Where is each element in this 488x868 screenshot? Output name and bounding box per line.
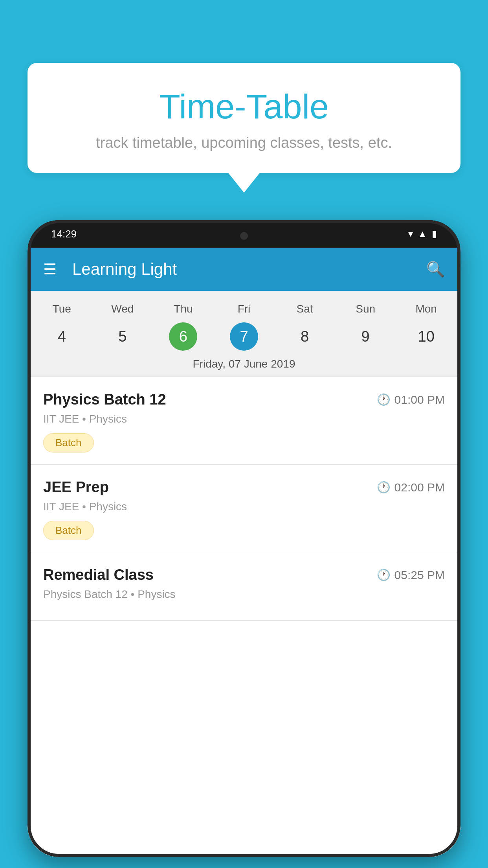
page-subtitle: track timetable, upcoming classes, tests… (55, 134, 433, 151)
status-icons: ▾ ▲ ▮ (408, 228, 437, 239)
day-sun: Sun (335, 299, 396, 319)
speech-bubble-section: Time-Table track timetable, upcoming cla… (28, 63, 460, 193)
time-value-1: 01:00 PM (394, 393, 445, 406)
item-time-2: 🕐 02:00 PM (377, 481, 445, 494)
item-title-1: Physics Batch 12 (43, 391, 166, 408)
date-7-selected[interactable]: 7 (230, 322, 258, 351)
day-fri: Fri (214, 299, 275, 319)
signal-icon: ▲ (418, 228, 427, 239)
clock-icon-3: 🕐 (377, 568, 391, 581)
schedule-list: Physics Batch 12 🕐 01:00 PM IIT JEE • Ph… (28, 377, 460, 857)
schedule-item-1[interactable]: Physics Batch 12 🕐 01:00 PM IIT JEE • Ph… (28, 377, 460, 465)
status-time: 14:29 (51, 228, 77, 240)
schedule-item-2[interactable]: JEE Prep 🕐 02:00 PM IIT JEE • Physics Ba… (28, 465, 460, 552)
date-8[interactable]: 8 (274, 322, 335, 351)
battery-icon: ▮ (432, 228, 437, 239)
date-10[interactable]: 10 (396, 322, 457, 351)
day-thu: Thu (153, 299, 214, 319)
item-time-1: 🕐 01:00 PM (377, 393, 445, 406)
day-sat: Sat (274, 299, 335, 319)
status-bar: 14:29 ▾ ▲ ▮ (28, 220, 460, 248)
item-subtitle-1: IIT JEE • Physics (43, 413, 445, 425)
clock-icon-2: 🕐 (377, 481, 391, 494)
item-title-3: Remedial Class (43, 566, 154, 583)
app-bar: ☰ Learning Light 🔍 (28, 248, 460, 291)
item-header-1: Physics Batch 12 🕐 01:00 PM (43, 391, 445, 408)
date-9[interactable]: 9 (335, 322, 396, 351)
phone-notch (209, 220, 279, 244)
page-title: Time-Table (55, 86, 433, 127)
hamburger-menu-icon[interactable]: ☰ (43, 261, 57, 278)
phone-frame: 14:29 ▾ ▲ ▮ ☰ Learning Light 🔍 Tue Wed T… (28, 220, 460, 857)
date-4[interactable]: 4 (31, 322, 92, 351)
time-value-3: 05:25 PM (394, 568, 445, 582)
speech-bubble-card: Time-Table track timetable, upcoming cla… (28, 63, 460, 173)
selected-date-label: Friday, 07 June 2019 (28, 351, 460, 377)
time-value-2: 02:00 PM (394, 481, 445, 494)
bubble-pointer (228, 173, 260, 193)
item-header-2: JEE Prep 🕐 02:00 PM (43, 479, 445, 496)
camera (240, 232, 248, 240)
app-bar-title: Learning Light (72, 260, 426, 279)
days-numbers: 4 5 6 7 8 9 10 (28, 322, 460, 351)
schedule-item-3[interactable]: Remedial Class 🕐 05:25 PM Physics Batch … (28, 552, 460, 621)
batch-badge-2: Batch (43, 521, 94, 540)
day-mon: Mon (396, 299, 457, 319)
wifi-icon: ▾ (408, 228, 413, 239)
batch-badge-1: Batch (43, 433, 94, 452)
item-subtitle-2: IIT JEE • Physics (43, 500, 445, 513)
item-title-2: JEE Prep (43, 479, 109, 496)
item-time-3: 🕐 05:25 PM (377, 568, 445, 582)
day-wed: Wed (92, 299, 153, 319)
search-icon[interactable]: 🔍 (426, 261, 445, 278)
date-6-today[interactable]: 6 (169, 322, 197, 351)
calendar-strip: Tue Wed Thu Fri Sat Sun Mon 4 5 6 7 8 9 … (28, 291, 460, 377)
app-screen: ☰ Learning Light 🔍 Tue Wed Thu Fri Sat S… (28, 248, 460, 857)
date-5[interactable]: 5 (92, 322, 153, 351)
item-header-3: Remedial Class 🕐 05:25 PM (43, 566, 445, 583)
day-tue: Tue (31, 299, 92, 319)
item-subtitle-3: Physics Batch 12 • Physics (43, 588, 445, 601)
clock-icon-1: 🕐 (377, 393, 391, 406)
days-header: Tue Wed Thu Fri Sat Sun Mon (28, 299, 460, 319)
